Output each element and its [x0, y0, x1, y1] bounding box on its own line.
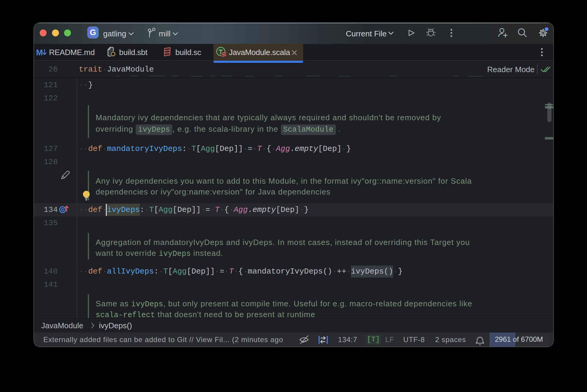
svg-text:M: M	[36, 48, 43, 57]
